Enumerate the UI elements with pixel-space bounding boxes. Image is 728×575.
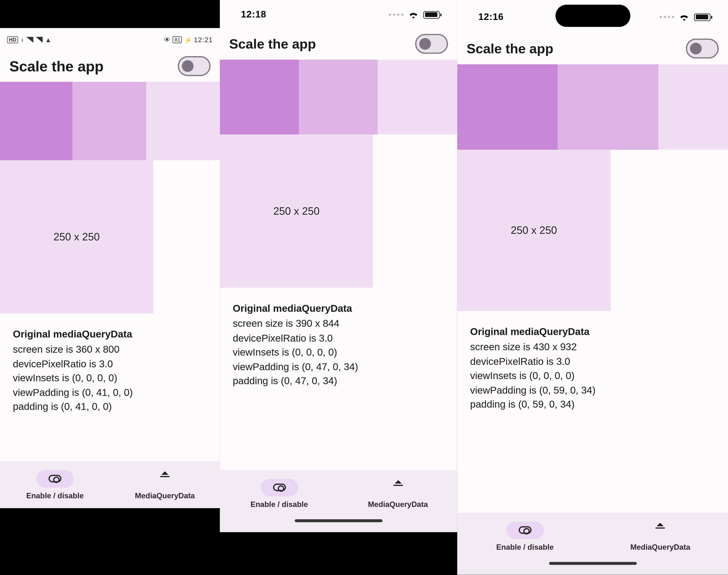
info-line: viewInsets is (0, 0, 0, 0) [470,369,715,383]
bottom-nav: Enable / disable MediaQueryData [220,470,457,517]
nav-tab-enable[interactable]: Enable / disable [0,461,110,508]
color-scale-strip [0,82,220,160]
nav-label: Enable / disable [26,491,84,500]
color-scale-strip [457,64,728,150]
size-label: 250 x 250 [54,231,100,243]
wifi-icon [679,13,689,21]
toggle-icon [48,475,62,482]
dynamic-island [555,5,630,27]
status-time: 12:18 [241,9,266,20]
page-title: Scale the app [229,36,316,52]
info-line: padding is (0, 47, 0, 34) [233,374,444,389]
info-heading: Original mediaQueryData [13,328,207,342]
size-box: 250 x 250 [220,135,373,288]
media-query-info: Original mediaQueryData screen size is 4… [457,311,728,426]
page-title: Scale the app [9,58,103,74]
expand-icon [393,484,403,490]
info-line: viewInsets is (0, 0, 0, 0) [13,372,207,386]
color-scale-strip [220,60,457,135]
battery-icon [694,13,710,21]
status-bar: 12:18 [220,0,457,29]
phone-android-small: HD ᚼ ▲ 👁 81 ⚡ 12:21 Scale the app 250 x … [0,28,220,508]
nav-tab-enable[interactable]: Enable / disable [220,470,339,517]
battery-icon: 81 [173,36,182,43]
scale-toggle-switch[interactable] [178,56,210,76]
eye-icon: 👁 [164,36,170,43]
scale-toggle-switch[interactable] [415,34,448,54]
media-query-info: Original mediaQueryData screen size is 3… [0,313,220,429]
nav-tab-mediaquery[interactable]: MediaQueryData [110,461,220,508]
signal-icon [26,37,33,42]
app-bar: Scale the app [220,29,457,60]
scale-toggle-switch[interactable] [686,39,719,59]
nav-tab-mediaquery[interactable]: MediaQueryData [339,470,457,517]
size-label: 250 x 250 [511,224,557,237]
signal-icon [36,37,42,42]
status-time: 12:16 [478,12,504,22]
charging-icon: ⚡ [184,37,192,43]
phone-iphone-mid: 12:18 Scale the app 250 x 250 Original m… [220,0,457,532]
status-bar: HD ᚼ ▲ 👁 81 ⚡ 12:21 [0,28,220,52]
info-line: padding is (0, 41, 0, 0) [13,400,207,415]
nav-label: Enable / disable [496,542,554,551]
battery-icon [423,11,440,19]
nav-label: MediaQueryData [368,500,428,509]
size-box: 250 x 250 [457,150,611,311]
size-label: 250 x 250 [273,205,320,217]
home-indicator [457,560,728,575]
info-line: viewPadding is (0, 59, 0, 34) [470,383,715,398]
info-line: viewPadding is (0, 47, 0, 34) [233,360,444,374]
nav-label: MediaQueryData [630,542,690,551]
info-line: devicePixelRatio is 3.0 [13,357,207,372]
app-bar: Scale the app [457,34,728,64]
expand-icon [160,476,169,481]
info-heading: Original mediaQueryData [470,325,715,340]
nav-tab-mediaquery[interactable]: MediaQueryData [593,513,728,560]
info-line: viewInsets is (0, 0, 0, 0) [233,346,444,360]
nav-label: MediaQueryData [135,491,195,500]
info-line: devicePixelRatio is 3.0 [233,332,444,346]
info-line: viewPadding is (0, 41, 0, 0) [13,386,207,400]
page-title: Scale the app [466,41,553,57]
nav-label: Enable / disable [250,500,308,509]
nav-tab-enable[interactable]: Enable / disable [457,513,593,560]
cellular-dots-icon [389,13,404,15]
bottom-nav: Enable / disable MediaQueryData [457,513,728,560]
wifi-icon [408,10,419,19]
info-line: screen size is 430 x 932 [470,341,715,355]
info-heading: Original mediaQueryData [233,302,444,316]
size-box: 250 x 250 [0,160,153,313]
info-line: padding is (0, 59, 0, 34) [470,398,715,412]
phone-iphone-large: 12:16 Scale the app 250 x 250 Original m… [457,0,728,575]
wifi-icon: ▲ [45,36,51,43]
cellular-dots-icon [660,16,674,18]
hd-badge: HD [7,36,18,43]
home-indicator [220,517,457,532]
toggle-icon [273,483,286,491]
info-line: screen size is 390 x 844 [233,317,444,332]
status-time: 12:21 [194,36,213,44]
bottom-nav: Enable / disable MediaQueryData [0,461,220,508]
info-line: devicePixelRatio is 3.0 [470,355,715,369]
toggle-icon [518,526,531,534]
info-line: screen size is 360 x 800 [13,343,207,358]
bluetooth-icon: ᚼ [21,37,24,43]
expand-icon [656,527,665,533]
media-query-info: Original mediaQueryData screen size is 3… [220,288,457,403]
app-bar: Scale the app [0,52,220,82]
